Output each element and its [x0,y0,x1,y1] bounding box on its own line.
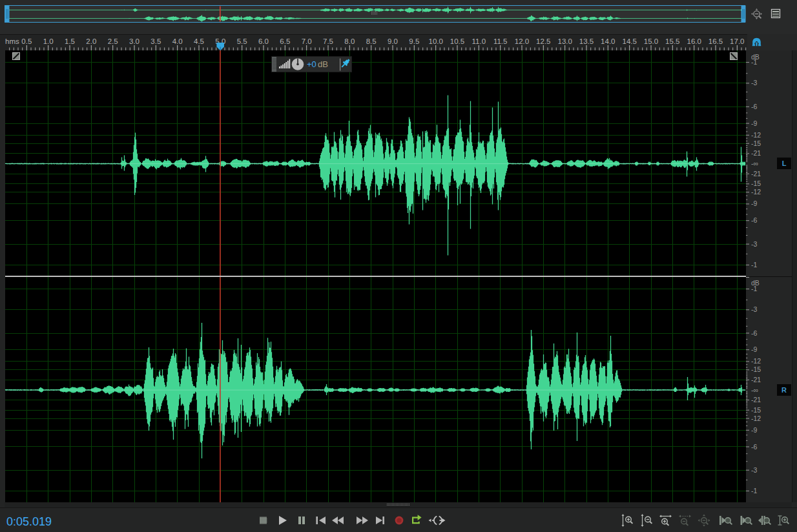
svg-text:14.5: 14.5 [623,37,637,45]
svg-text:6.0: 6.0 [258,37,269,45]
svg-text:17.0: 17.0 [730,37,744,45]
svg-text:9.5: 9.5 [409,37,419,45]
svg-text:-21: -21 [751,170,761,178]
svg-text:-21: -21 [751,376,761,384]
svg-text:15.0: 15.0 [644,37,658,45]
svg-text:-21: -21 [751,396,761,404]
svg-text:-12: -12 [751,357,761,365]
svg-text:-9: -9 [751,200,757,207]
svg-text:+0: +0 [307,59,316,69]
svg-text:3.0: 3.0 [129,37,140,45]
svg-text:-12: -12 [751,188,761,196]
svg-text:7.5: 7.5 [323,37,333,45]
svg-text:4.5: 4.5 [194,37,204,45]
svg-text:12.0: 12.0 [515,37,529,45]
svg-text:1.5: 1.5 [65,37,75,45]
svg-text:16.5: 16.5 [709,37,723,45]
svg-text:-∞: -∞ [751,159,758,167]
svg-text:-6: -6 [751,103,757,110]
svg-text:5.5: 5.5 [237,37,247,45]
svg-text:-9: -9 [751,119,757,127]
svg-text:-3: -3 [751,240,757,248]
svg-text:-3: -3 [751,79,757,87]
svg-text:hms: hms [5,37,19,45]
svg-text:-12: -12 [751,414,761,422]
svg-text:8.0: 8.0 [344,37,355,45]
svg-text:2.5: 2.5 [108,37,118,45]
svg-text:11.0: 11.0 [472,37,486,45]
svg-text:11.5: 11.5 [493,37,508,45]
svg-text:7.0: 7.0 [302,37,312,45]
svg-text:-15: -15 [751,365,761,373]
svg-text:13.5: 13.5 [579,37,594,45]
svg-text:-1: -1 [751,261,757,269]
svg-text:-1: -1 [751,58,757,66]
svg-text:14.0: 14.0 [601,37,615,45]
svg-text:-6: -6 [751,443,757,451]
svg-text:-∞: -∞ [751,386,758,394]
svg-text:10.0: 10.0 [429,37,443,45]
svg-text:-6: -6 [751,216,757,224]
svg-text:-1: -1 [751,285,757,292]
svg-text:0.5: 0.5 [21,37,32,45]
svg-text:-3: -3 [751,466,757,474]
svg-text:-15: -15 [751,406,761,414]
svg-text:13.0: 13.0 [558,37,572,45]
svg-text:-9: -9 [751,345,757,353]
svg-text:-1: -1 [751,487,757,495]
svg-text:3.5: 3.5 [150,37,161,45]
svg-text:dB: dB [318,59,328,69]
svg-text:4.0: 4.0 [172,37,183,45]
svg-text:15.5: 15.5 [665,37,679,45]
svg-text:-3: -3 [751,305,757,313]
svg-text:-6: -6 [751,329,757,337]
svg-text:-15: -15 [751,139,761,147]
svg-text:-12: -12 [751,131,761,139]
svg-text:6.5: 6.5 [280,37,290,45]
svg-text:16.0: 16.0 [687,37,701,45]
svg-text:10.5: 10.5 [450,37,464,45]
svg-text:-15: -15 [751,179,761,187]
svg-text:1.0: 1.0 [43,37,54,45]
svg-text:2.0: 2.0 [86,37,96,45]
svg-text:8.5: 8.5 [366,37,377,45]
svg-text:12.5: 12.5 [536,37,550,45]
svg-text:-9: -9 [751,426,757,434]
svg-text:9.0: 9.0 [388,37,398,45]
svg-text:-21: -21 [751,149,761,157]
